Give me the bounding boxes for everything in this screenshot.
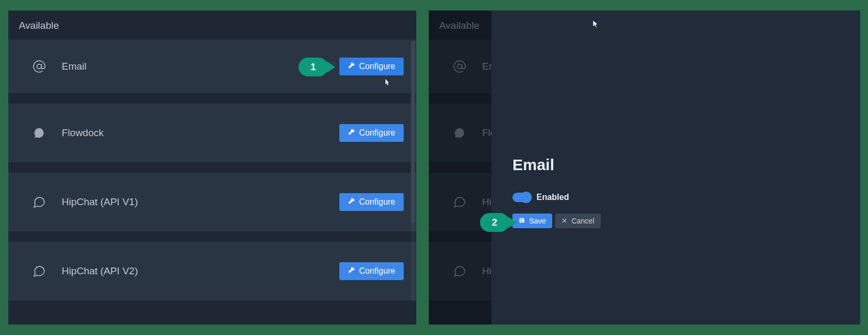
flowdock-icon xyxy=(452,125,467,141)
at-icon xyxy=(452,59,467,74)
svg-point-0 xyxy=(37,64,42,69)
wrench-icon xyxy=(348,197,355,207)
callout-marker-2: 2 xyxy=(480,213,509,232)
chat-icon xyxy=(31,194,47,210)
close-icon xyxy=(562,217,567,225)
chat-icon xyxy=(31,263,47,279)
enabled-toggle-row: Enabled xyxy=(512,193,860,202)
flowdock-icon xyxy=(31,125,47,141)
section-header-available: Available xyxy=(8,10,416,40)
save-button[interactable]: Save xyxy=(512,214,552,228)
wrench-icon xyxy=(348,128,355,138)
integration-name: HipChat (API V2) xyxy=(62,265,339,277)
modal-actions: Save Cancel 2 xyxy=(512,214,860,228)
integration-row-flowdock: Flowdock Configure xyxy=(8,104,416,162)
chat-icon xyxy=(452,194,467,210)
save-icon xyxy=(519,217,525,225)
wrench-icon xyxy=(348,62,355,71)
cancel-button[interactable]: Cancel xyxy=(555,214,601,228)
configure-button-hipchat-v1[interactable]: Configure xyxy=(339,193,404,211)
email-config-modal: Email Enabled Save Cancel 2 xyxy=(492,10,860,325)
chat-icon xyxy=(452,263,467,279)
configure-button-flowdock[interactable]: Configure xyxy=(339,124,404,142)
integration-row-hipchat-v1: HipChat (API V1) Configure xyxy=(8,173,416,231)
callout-marker-1: 1 xyxy=(299,58,328,76)
scrollbar[interactable] xyxy=(411,41,415,302)
configure-button-email[interactable]: Configure xyxy=(339,58,404,75)
cursor-icon xyxy=(383,77,391,88)
integration-row-email: Email Configure 1 xyxy=(8,40,416,93)
svg-point-1 xyxy=(458,64,462,69)
modal-title: Email xyxy=(512,156,860,174)
panel-available-step1: Available Email Configure 1 xyxy=(8,10,416,325)
wrench-icon xyxy=(348,266,355,276)
toggle-knob xyxy=(520,192,532,203)
integration-name: Flowdock xyxy=(62,127,339,139)
panel-available-step2: Available Email Flowdock HipChat (API V1… xyxy=(429,10,860,325)
at-icon xyxy=(31,59,47,74)
configure-button-hipchat-v2[interactable]: Configure xyxy=(339,262,404,280)
enabled-toggle[interactable] xyxy=(512,193,531,202)
integration-name: Email xyxy=(62,61,339,72)
scrollbar-thumb[interactable] xyxy=(411,41,415,224)
integration-name: HipChat (API V1) xyxy=(62,196,339,208)
enabled-label: Enabled xyxy=(536,193,569,202)
integration-row-hipchat-v2: HipChat (API V2) Configure xyxy=(8,242,416,300)
